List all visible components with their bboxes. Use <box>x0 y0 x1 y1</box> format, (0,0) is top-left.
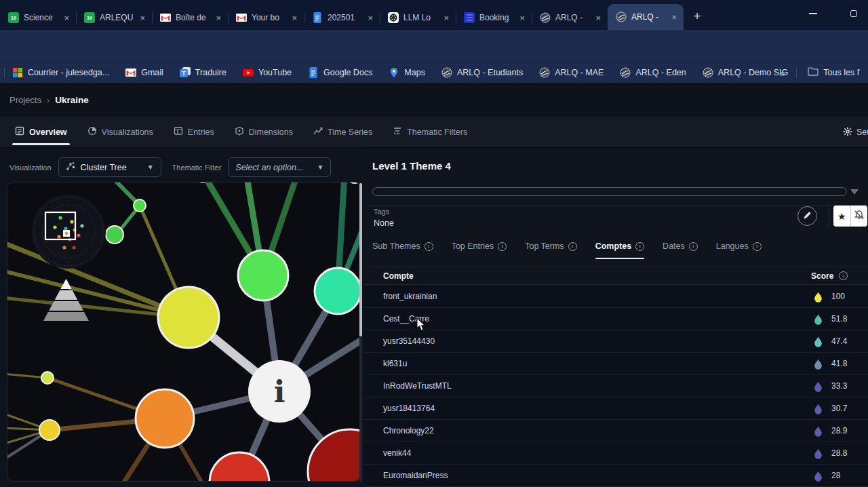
detail-tab-top-terms[interactable]: Top Termsi <box>525 241 576 259</box>
browser-tab[interactable]: ARLQ -× <box>532 5 608 30</box>
breadcrumb-projects-link[interactable]: Projects <box>9 95 41 105</box>
tab-close-icon[interactable]: × <box>518 13 526 23</box>
graph-node[interactable] <box>134 199 146 212</box>
info-icon[interactable]: i <box>498 242 507 251</box>
nav-tab-dimensions[interactable]: Dimensions <box>235 117 293 147</box>
detail-tab-top-entries[interactable]: Top Entriesi <box>452 241 507 259</box>
info-icon[interactable]: i <box>568 242 577 251</box>
account-row[interactable]: InRodWeTrustMTL33.3 <box>364 375 868 397</box>
graph-node[interactable] <box>346 182 361 183</box>
graph-node[interactable] <box>136 389 194 448</box>
minimize-button[interactable] <box>804 5 822 22</box>
detail-tab-dates[interactable]: Datesi <box>663 241 698 259</box>
bookmarks-folder[interactable]: Tous les f <box>808 67 859 78</box>
left-panel-scrollbar[interactable] <box>359 183 362 482</box>
bookmark-item[interactable]: ARLQ - Etudiants <box>441 67 523 78</box>
account-name: yusr35144430 <box>383 336 435 346</box>
graph-node[interactable] <box>315 268 361 314</box>
bookmark-item[interactable]: ARLQ - Demo SIG <box>703 67 789 78</box>
browser-tab[interactable]: 202501× <box>304 5 380 30</box>
tab-close-icon[interactable]: × <box>366 13 374 23</box>
new-tab-button[interactable]: + <box>688 7 707 26</box>
detail-tab-label: Sub Themes <box>372 241 420 251</box>
bookmark-label: Courrier - julesedga... <box>28 68 109 77</box>
bookmark-item[interactable]: ARLQ - Eden <box>620 67 686 78</box>
tab-close-icon[interactable]: × <box>62 13 71 23</box>
tab-close-icon[interactable]: × <box>290 13 298 23</box>
visualization-value: Cluster Tree <box>81 163 127 172</box>
translate-favicon: T <box>180 67 191 78</box>
tab-title: Your bo <box>252 13 285 22</box>
browser-tab[interactable]: Your bo× <box>228 5 304 30</box>
info-icon[interactable]: i <box>425 242 433 251</box>
nav-tab-thematic-filters[interactable]: Thematic Filters <box>393 117 467 147</box>
account-row[interactable]: yusr1841376430.7 <box>364 397 868 420</box>
bookmark-item[interactable]: YouTube <box>243 67 292 78</box>
bookmark-item[interactable]: TTraduire <box>180 67 226 78</box>
graph-node[interactable] <box>41 372 54 384</box>
detail-tabs: Sub ThemesiTop EntriesiTop TermsiComptes… <box>372 241 762 259</box>
graph-node[interactable] <box>39 420 60 440</box>
nav-tab-visualizations[interactable]: Visualizations <box>87 117 153 147</box>
browser-tab[interactable]: 10Science× <box>0 5 76 30</box>
sheets-favicon: 10 <box>84 12 95 23</box>
edit-tags-button[interactable] <box>797 206 817 226</box>
info-icon[interactable]: i <box>753 242 762 251</box>
tab-close-icon[interactable]: × <box>594 13 602 23</box>
detail-tab-comptes[interactable]: Comptesi <box>595 241 644 259</box>
account-row[interactable]: kl631u41.8 <box>364 353 868 375</box>
cluster-tree-visualization[interactable]: i <box>7 182 361 482</box>
restore-button[interactable] <box>845 5 863 22</box>
browser-tab[interactable]: Boîte de× <box>152 5 228 30</box>
thematic-filter-dropdown[interactable]: Select an option... ▼ <box>228 157 331 177</box>
account-row[interactable]: Cest__Carre51.8 <box>364 308 868 330</box>
account-score: 47.4 <box>831 336 847 346</box>
browser-tab[interactable]: 10ARLEQU× <box>76 5 152 30</box>
account-row[interactable]: venik4428.8 <box>364 442 868 465</box>
bookmark-item[interactable]: ARLQ - MAE <box>539 67 604 78</box>
bookmark-item[interactable]: Google Docs <box>308 67 372 78</box>
tab-close-icon[interactable]: × <box>442 13 450 23</box>
mute-notifications-button[interactable] <box>850 206 868 227</box>
detail-tab-langues[interactable]: Languesi <box>716 241 762 259</box>
flame-icon <box>814 448 823 459</box>
account-name: kl631u <box>383 359 407 368</box>
scrollbar-thumb[interactable] <box>359 183 362 336</box>
favorite-button[interactable]: ★ <box>833 206 850 227</box>
account-score: 41.8 <box>831 359 847 368</box>
tags-value: None <box>374 218 394 228</box>
bookmark-item[interactable]: Maps <box>389 67 425 78</box>
nav-tab-overview[interactable]: Overview <box>15 117 67 147</box>
graph-node[interactable] <box>210 452 269 482</box>
browser-tab[interactable]: Booking× <box>456 5 532 30</box>
graph-node[interactable] <box>238 250 288 300</box>
detail-tab-sub-themes[interactable]: Sub Themesi <box>372 241 433 259</box>
bookmark-item[interactable]: Gmail <box>125 67 163 78</box>
account-row[interactable]: Chronology2228.9 <box>364 420 868 442</box>
nav-tab-entries[interactable]: Entries <box>174 117 214 147</box>
tab-close-icon[interactable]: × <box>214 13 222 23</box>
bookmarks-overflow-chevron[interactable]: » <box>780 67 785 79</box>
info-icon[interactable]: i <box>839 271 848 280</box>
timeseries-icon <box>313 126 323 138</box>
info-icon[interactable]: i <box>689 242 698 251</box>
tab-close-icon[interactable]: × <box>138 13 146 23</box>
account-row[interactable]: EuromaidanPress28 <box>364 465 868 487</box>
scroll-arrow-icon[interactable] <box>850 189 859 195</box>
info-icon[interactable]: i <box>635 242 644 251</box>
visualization-dropdown[interactable]: Cluster Tree ▼ <box>58 157 161 177</box>
nav-tab-time-series[interactable]: Time Series <box>313 117 372 147</box>
settings-button[interactable]: Set <box>843 117 868 148</box>
bookmark-item[interactable]: Courrier - julesedga... <box>12 67 109 78</box>
horizontal-scrollbar[interactable] <box>372 187 847 196</box>
graph-node[interactable] <box>106 226 123 244</box>
youtube-favicon <box>243 67 254 78</box>
account-score: 30.7 <box>831 404 847 413</box>
browser-tab[interactable]: ARLQ -× <box>608 4 684 30</box>
browser-tab[interactable]: LLM Lo× <box>380 5 456 30</box>
account-row[interactable]: front_ukrainian100 <box>364 286 868 308</box>
account-row[interactable]: yusr3514443047.4 <box>364 330 868 353</box>
tab-close-icon[interactable]: × <box>670 12 678 22</box>
graph-node[interactable] <box>158 287 219 348</box>
app-nav-tabs: OverviewVisualizationsEntriesDimensionsT… <box>0 117 868 148</box>
